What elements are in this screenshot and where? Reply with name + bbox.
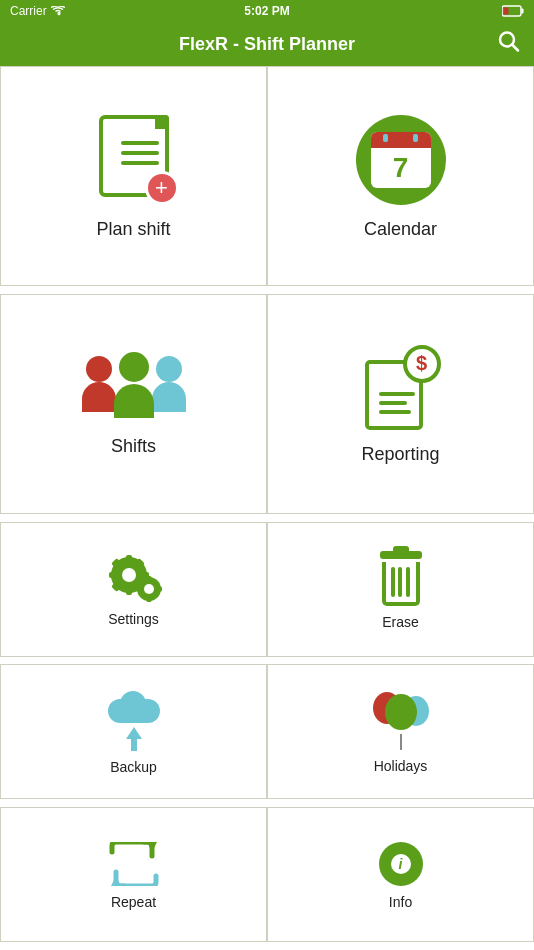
app-title: FlexR - Shift Planner — [179, 34, 355, 55]
svg-rect-1 — [522, 9, 524, 14]
settings-cell[interactable]: Settings — [0, 522, 267, 657]
plan-shift-cell[interactable]: + Plan shift — [0, 66, 267, 286]
backup-cell[interactable]: Backup — [0, 664, 267, 799]
svg-rect-8 — [126, 587, 132, 595]
search-icon[interactable] — [498, 31, 520, 58]
calendar-number: 7 — [393, 152, 409, 184]
repeat-label: Repeat — [111, 894, 156, 910]
backup-icon — [108, 691, 160, 751]
repeat-icon — [108, 842, 160, 886]
svg-marker-22 — [110, 876, 122, 886]
svg-rect-20 — [156, 587, 162, 592]
shifts-icon — [86, 352, 182, 422]
svg-marker-21 — [146, 842, 158, 852]
backup-label: Backup — [110, 759, 157, 775]
calendar-icon: 7 — [356, 115, 446, 205]
plan-shift-icon: + — [89, 115, 179, 205]
svg-rect-2 — [504, 8, 509, 15]
status-bar: Carrier 5:02 PM — [0, 0, 534, 22]
plus-icon: + — [145, 171, 179, 205]
svg-point-16 — [144, 584, 154, 594]
svg-rect-9 — [109, 572, 117, 578]
reporting-label: Reporting — [361, 444, 439, 465]
shifts-label: Shifts — [111, 436, 156, 457]
carrier-text: Carrier — [10, 4, 47, 18]
holidays-cell[interactable]: Holidays — [267, 664, 534, 799]
shifts-cell[interactable]: Shifts — [0, 294, 267, 514]
erase-cell[interactable]: Erase — [267, 522, 534, 657]
wifi-icon — [51, 6, 65, 16]
settings-label: Settings — [108, 611, 159, 627]
status-battery — [502, 5, 524, 17]
calendar-cell[interactable]: 7 Calendar — [267, 66, 534, 286]
info-icon: i — [379, 842, 423, 886]
svg-rect-19 — [136, 587, 142, 592]
plan-shift-label: Plan shift — [96, 219, 170, 240]
svg-point-6 — [122, 568, 136, 582]
reporting-cell[interactable]: $ Reporting — [267, 294, 534, 514]
repeat-cell[interactable]: Repeat — [0, 807, 267, 942]
svg-rect-17 — [146, 576, 151, 582]
status-carrier: Carrier — [10, 4, 65, 18]
erase-label: Erase — [382, 614, 419, 630]
erase-icon — [380, 551, 422, 606]
holidays-label: Holidays — [374, 758, 428, 774]
status-time: 5:02 PM — [244, 4, 289, 18]
svg-rect-18 — [146, 596, 151, 602]
calendar-label: Calendar — [364, 219, 437, 240]
reporting-icon: $ — [361, 345, 441, 430]
holidays-icon — [373, 692, 429, 750]
info-label: Info — [389, 894, 412, 910]
settings-icon — [105, 553, 163, 603]
navbar: FlexR - Shift Planner — [0, 22, 534, 66]
battery-icon — [502, 5, 524, 17]
svg-rect-7 — [126, 555, 132, 563]
main-grid: + Plan shift 7 Calendar — [0, 66, 534, 950]
svg-line-4 — [513, 45, 519, 51]
info-cell[interactable]: i Info — [267, 807, 534, 942]
